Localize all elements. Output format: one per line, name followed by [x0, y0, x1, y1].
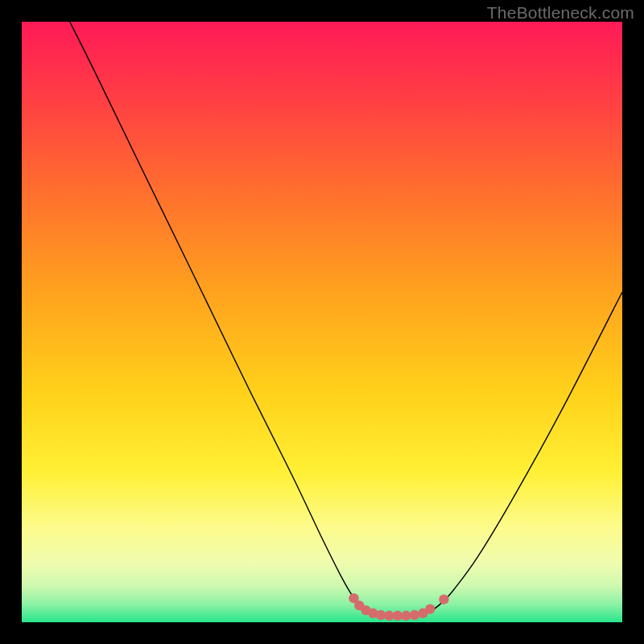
watermark-text: TheBottleneck.com	[487, 3, 634, 23]
marker-dot	[410, 610, 419, 620]
chart-frame: TheBottleneck.com	[0, 0, 644, 644]
chart-background	[22, 22, 622, 622]
marker-dot	[439, 594, 448, 604]
chart-svg	[22, 22, 622, 622]
chart-plot-area	[22, 22, 622, 622]
marker-dot	[425, 604, 435, 613]
